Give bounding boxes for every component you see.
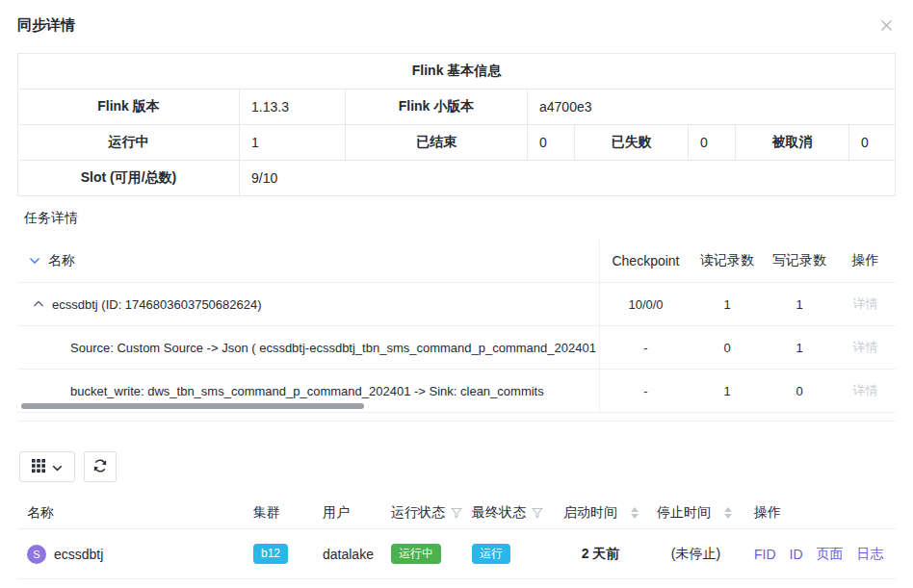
final-status-filter-button[interactable] xyxy=(532,507,543,519)
grid-icon xyxy=(32,459,45,475)
finished-value: 0 xyxy=(528,125,575,161)
task-write-value: 1 xyxy=(763,283,836,325)
task-checkpoint-value: 10/0/0 xyxy=(600,283,691,325)
detail-link[interactable]: 详情 xyxy=(853,382,878,399)
task-header-read-records: 读记录数 xyxy=(691,240,763,282)
start-time-label: 启动时间 xyxy=(563,504,617,522)
log-link[interactable]: 日志 xyxy=(857,546,884,563)
caret-up-icon xyxy=(631,507,639,512)
task-table-header-row: 名称 Checkpoint 读记录数 写记录数 操作 xyxy=(17,240,896,283)
task-read-value: 1 xyxy=(691,370,763,412)
caret-down-icon xyxy=(724,514,732,519)
finished-label: 已结束 xyxy=(346,125,528,161)
task-name-text: Source: Custom Source -> Json ( ecssdbtj… xyxy=(70,341,600,355)
job-stop-time: (未停止) xyxy=(647,546,744,563)
chevron-up-icon xyxy=(33,296,44,311)
caret-up-icon xyxy=(724,507,732,512)
modal-title: 同步详情 xyxy=(17,16,75,35)
flink-version-label: Flink 版本 xyxy=(18,89,240,125)
job-header-run-status: 运行状态 xyxy=(381,504,462,522)
flink-version-value: 1.13.3 xyxy=(240,89,346,125)
run-status-filter-button[interactable] xyxy=(451,507,462,519)
toolbar xyxy=(19,451,913,482)
flink-minor-version-value: a4700e3 xyxy=(528,89,896,125)
expand-all-button[interactable] xyxy=(29,257,40,265)
slot-value: 9/10 xyxy=(240,161,896,196)
horizontal-scrollbar-thumb[interactable] xyxy=(21,403,364,409)
chevron-down-icon xyxy=(29,253,40,268)
filter-funnel-icon xyxy=(532,507,543,519)
collapse-row-button[interactable] xyxy=(33,300,44,308)
id-link[interactable]: ID xyxy=(790,547,803,562)
cluster-badge: b12 xyxy=(253,544,288,564)
canceled-value: 0 xyxy=(849,125,896,161)
modal-header: 同步详情 xyxy=(0,0,913,35)
task-name-text: ecssdbtj (ID: 1746803603750682624) xyxy=(52,297,262,312)
fid-link[interactable]: FID xyxy=(754,547,776,562)
table-row: ecssdbtj (ID: 1746803603750682624) 10/0/… xyxy=(17,283,896,326)
task-header-name-label: 名称 xyxy=(48,252,75,269)
final-status-badge: 运行 xyxy=(472,544,510,564)
job-header-name: 名称 xyxy=(17,504,244,522)
task-header-checkpoint: Checkpoint xyxy=(600,240,691,282)
job-header-cluster: 集群 xyxy=(244,504,313,522)
flink-minor-version-label: Flink 小版本 xyxy=(346,89,528,125)
running-value: 1 xyxy=(240,125,346,161)
job-header-start-time: 启动时间 xyxy=(554,504,647,522)
start-time-sorter-button[interactable] xyxy=(631,507,639,519)
job-user: datalake xyxy=(313,547,381,562)
job-actions-cell: FID ID 页面 日志 xyxy=(744,546,896,563)
refresh-icon xyxy=(92,458,108,476)
task-row-name: ecssdbtj (ID: 1746803603750682624) xyxy=(17,283,600,325)
job-name: ecssdbtj xyxy=(54,547,103,562)
flink-info-title: Flink 基本信息 xyxy=(18,54,896,89)
task-table-bottom-divider xyxy=(17,421,896,422)
stop-time-label: 停止时间 xyxy=(657,504,711,522)
slot-label: Slot (可用/总数) xyxy=(18,161,240,196)
job-header-final-status: 最终状态 xyxy=(462,504,554,522)
canceled-label: 被取消 xyxy=(736,125,849,161)
task-read-value: 1 xyxy=(691,283,763,325)
task-checkpoint-value: - xyxy=(600,326,691,369)
job-header-action: 操作 xyxy=(744,504,896,522)
sync-detail-modal: 同步详情 Flink 基本信息 Flink 版本 1.13.3 Flink 小版… xyxy=(0,0,913,588)
running-label: 运行中 xyxy=(18,125,240,161)
caret-down-icon xyxy=(631,514,639,519)
task-name-text: bucket_write: dws_tbn_sms_command_p_comm… xyxy=(70,384,544,398)
page-link[interactable]: 页面 xyxy=(817,546,844,563)
task-header-write-records: 写记录数 xyxy=(763,240,836,282)
close-icon xyxy=(879,21,894,36)
task-read-value: 0 xyxy=(691,326,763,369)
job-start-time: 2 天前 xyxy=(554,546,647,563)
detail-link[interactable]: 详情 xyxy=(853,295,878,313)
task-detail-section-title: 任务详情 xyxy=(24,210,896,227)
job-header-stop-time: 停止时间 xyxy=(647,504,744,522)
failed-value: 0 xyxy=(689,125,736,161)
column-settings-button[interactable] xyxy=(19,451,75,482)
failed-label: 已失败 xyxy=(575,125,689,161)
task-detail-table: 名称 Checkpoint 读记录数 写记录数 操作 ecssdbtj (ID:… xyxy=(17,240,896,413)
task-header-name: 名称 xyxy=(17,240,600,282)
run-status-badge: 运行中 xyxy=(391,544,441,564)
table-row: Source: Custom Source -> Json ( ecssdbtj… xyxy=(17,326,896,370)
task-header-action: 操作 xyxy=(836,240,895,282)
job-table: 名称 集群 用户 运行状态 最终状态 启动时间 xyxy=(17,498,896,579)
job-table-header-row: 名称 集群 用户 运行状态 最终状态 启动时间 xyxy=(17,498,896,529)
task-row-name: Source: Custom Source -> Json ( ecssdbtj… xyxy=(17,326,600,369)
filter-funnel-icon xyxy=(451,507,462,519)
detail-link[interactable]: 详情 xyxy=(853,339,878,356)
task-write-value: 1 xyxy=(763,326,836,369)
avatar: S xyxy=(27,545,46,564)
run-status-label: 运行状态 xyxy=(391,504,445,522)
task-checkpoint-value: - xyxy=(600,370,691,412)
stop-time-sorter-button[interactable] xyxy=(724,507,732,519)
table-row: S ecssdbtj b12 datalake 运行中 运行 2 天前 (未停止… xyxy=(17,529,896,579)
refresh-button[interactable] xyxy=(84,451,117,482)
final-status-label: 最终状态 xyxy=(472,504,526,522)
job-name-cell: S ecssdbtj xyxy=(17,545,244,564)
job-header-user: 用户 xyxy=(313,504,381,522)
close-button[interactable] xyxy=(877,16,896,35)
flink-basic-info-table: Flink 基本信息 Flink 版本 1.13.3 Flink 小版本 a47… xyxy=(17,53,896,196)
chevron-down-icon xyxy=(52,460,63,474)
task-write-value: 0 xyxy=(763,370,836,412)
